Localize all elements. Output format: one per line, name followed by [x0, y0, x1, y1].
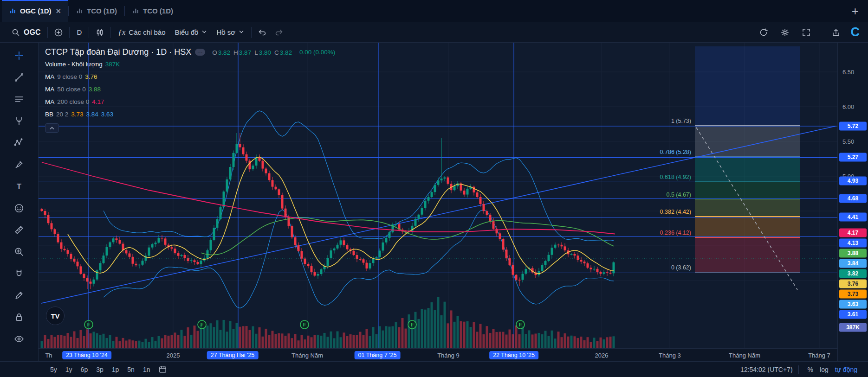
range-1y[interactable]: 1y: [62, 364, 76, 375]
price-axis[interactable]: 6.506.005.505.00 5.725.274.934.684.414.1…: [837, 43, 868, 361]
eye-tool[interactable]: [11, 331, 27, 347]
clock[interactable]: 12:54:02 (UTC+7): [740, 366, 792, 373]
pattern-tool[interactable]: [11, 134, 27, 151]
fib-retracement-tool[interactable]: [11, 91, 27, 108]
tab-label: TCO (1D): [87, 7, 117, 15]
svg-text:F: F: [411, 322, 414, 327]
text-tool[interactable]: T: [11, 178, 27, 195]
crosshair-tool[interactable]: [11, 47, 27, 64]
time-marker-chip: 01 Tháng 7 '25: [355, 351, 401, 359]
ruler-tool[interactable]: [11, 222, 27, 238]
chart-area[interactable]: FFFFF CTCP Tập đoàn Đại Dương · 1D · HSX…: [39, 43, 837, 348]
price-label-3.88: 3.88: [839, 249, 867, 258]
share-icon: [831, 28, 841, 37]
candlestick-icon: [95, 28, 104, 37]
tab-tco-(1d)[interactable]: TCO (1D): [125, 0, 181, 22]
interval-button[interactable]: D: [72, 26, 86, 38]
magnet-tool[interactable]: [11, 265, 27, 282]
profile-button[interactable]: Hồ sơ: [212, 26, 249, 38]
compare-add-button[interactable]: [50, 26, 67, 39]
trendline-tool[interactable]: [11, 69, 27, 86]
bar-replay-button[interactable]: [755, 26, 772, 39]
layout-button[interactable]: Biểu đồ: [170, 26, 212, 38]
range-1n[interactable]: 1n: [139, 364, 154, 375]
price-label-3.76: 3.76: [839, 280, 867, 288]
indicator-row-ma-50[interactable]: MA50 close 03.88: [45, 83, 335, 96]
price-label-5.27: 5.27: [839, 153, 867, 162]
range-buttons: 5y1y6p3p1p5n1n: [46, 364, 154, 375]
chart-tab-icon: [132, 7, 139, 14]
fullscreen-button[interactable]: [798, 26, 815, 39]
time-label: Tháng 3: [659, 351, 681, 358]
time-axis[interactable]: Th23 Tháng 10 '24202527 Tháng Hai '25Thá…: [39, 348, 837, 361]
redo-icon: [274, 28, 284, 37]
settings-button[interactable]: [777, 26, 793, 39]
range-5y[interactable]: 5y: [46, 364, 61, 375]
indicator-value: 3.88: [89, 86, 101, 93]
range-6p[interactable]: 6p: [77, 364, 92, 375]
svg-text:T: T: [17, 182, 21, 191]
bottom-toolbar: 5y1y6p3p1p5n1n 12:54:02 (UTC+7) % log tự…: [0, 361, 868, 377]
chart-type-button[interactable]: [91, 26, 108, 39]
lock-tool[interactable]: [11, 309, 27, 326]
change-value: 0.00 (0.00%): [299, 49, 335, 56]
layout-label: Biểu đồ: [175, 28, 199, 36]
redo-button[interactable]: [271, 26, 287, 39]
range-3p[interactable]: 3p: [92, 364, 107, 375]
broker-logo[interactable]: C: [849, 25, 862, 39]
symbol-title[interactable]: CTCP Tập đoàn Đại Dương · 1D · HSX: [45, 47, 191, 57]
trading-app-window: OGC (1D)×TCO (1D)TCO (1D) + OGC D ƒx Các…: [0, 0, 868, 377]
range-1p[interactable]: 1p: [108, 364, 123, 375]
log-scale-button[interactable]: log: [816, 364, 832, 375]
price-label-3.84: 3.84: [839, 259, 867, 268]
zoom-tool[interactable]: [11, 243, 27, 260]
chart-tab-icon: [9, 7, 16, 14]
indicator-name: MA: [45, 73, 54, 80]
more-menu-button[interactable]: ···: [195, 49, 205, 56]
profile-label: Hồ sơ: [216, 28, 235, 36]
search-icon: [11, 28, 20, 37]
gear-icon: [780, 28, 790, 37]
tradingview-logo[interactable]: TV: [46, 307, 65, 325]
auto-scale-button[interactable]: tự động: [832, 364, 861, 375]
share-button[interactable]: [828, 26, 844, 39]
ohlc-values: O3.82H3.87L3.80C3.82: [209, 47, 292, 57]
price-label-387K: 387K: [839, 323, 867, 332]
toolbar-separator: [89, 27, 89, 38]
time-marker-chip: 22 Tháng 10 '25: [489, 351, 538, 359]
goto-date-button[interactable]: [158, 365, 167, 374]
price-label-5.72: 5.72: [839, 122, 867, 131]
chart-tab-icon: [76, 7, 83, 14]
indicator-row-ma-200[interactable]: MA200 close 04.17: [45, 96, 335, 108]
close-tab-button[interactable]: ×: [56, 7, 61, 15]
pitchfork-tool[interactable]: [11, 113, 27, 129]
price-tick: 5.50: [842, 138, 854, 145]
indicator-rows: MA9 close 03.76MA50 close 03.88MA200 clo…: [45, 70, 335, 121]
indicator-params: 9 close 0: [57, 73, 82, 80]
volume-indicator-row[interactable]: Volume - Khối lượng 387K: [45, 58, 335, 70]
replay-icon: [759, 28, 768, 37]
range-5n[interactable]: 5n: [123, 364, 138, 375]
calendar-icon: [158, 365, 167, 374]
indicator-row-ma-9[interactable]: MA9 close 03.76: [45, 70, 335, 83]
price-label-4.41: 4.41: [839, 213, 867, 222]
brush-tool[interactable]: [11, 156, 27, 173]
svg-text:F: F: [87, 322, 91, 327]
svg-text:F: F: [519, 322, 522, 327]
volume-value: 387K: [105, 61, 120, 68]
add-tab-button[interactable]: +: [852, 5, 859, 17]
legend-collapse-button[interactable]: [45, 123, 59, 133]
percent-scale-button[interactable]: %: [804, 364, 816, 375]
indicator-value: 3.73: [71, 111, 83, 118]
indicator-row-bb-20[interactable]: BB20 23.733.843.63: [45, 108, 335, 121]
tab-tco-(1d)[interactable]: TCO (1D): [69, 0, 124, 22]
edit-tool[interactable]: [11, 287, 27, 304]
symbol-search-button[interactable]: OGC: [6, 26, 45, 39]
indicators-button[interactable]: ƒx Các chỉ báo: [113, 26, 170, 39]
plus-circle-icon: [54, 28, 63, 37]
tab-ogc-(1d)[interactable]: OGC (1D)×: [2, 0, 68, 22]
emoji-tool[interactable]: [11, 200, 27, 217]
undo-button[interactable]: [254, 26, 271, 39]
toolbar-separator: [69, 27, 70, 38]
time-label: Th: [45, 351, 52, 358]
